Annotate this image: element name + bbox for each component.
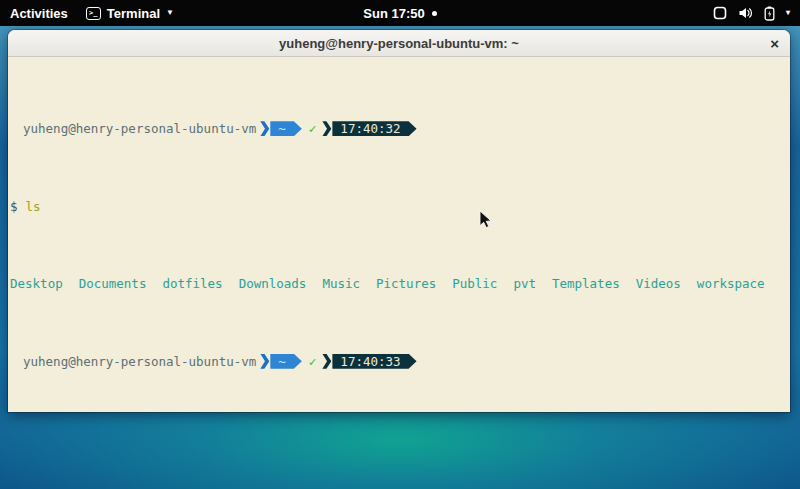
system-status-area[interactable]: ▾ [437,6,800,21]
display-icon [713,6,727,20]
prompt-user-host: yuheng@henry-personal-ubuntu-vm [23,354,256,370]
clock-label: Sun 17:50 [363,6,424,21]
chevron-down-icon: ▼ [166,9,174,17]
battery-charging-icon [764,6,775,21]
directory-name: Desktop [10,276,63,292]
powerline-chevron-icon [260,354,269,369]
window-title: yuheng@henry-personal-ubuntu-vm: ~ [279,36,519,51]
close-icon[interactable]: × [770,36,779,51]
terminal-app-icon: >_ [86,7,101,20]
directory-name: Downloads [239,276,307,292]
powerline-chevron-icon [260,121,269,136]
mouse-pointer-icon [479,210,493,233]
status-check-icon: ✓ [309,354,317,370]
directory-name: dotfiles [162,276,222,292]
top-bar: Activities >_ Terminal ▼ Sun 17:50 ▾ [0,0,800,26]
typed-command: ls [26,199,41,215]
directory-name: Templates [552,276,620,292]
window-titlebar[interactable]: yuheng@henry-personal-ubuntu-vm: ~ × [8,30,790,57]
ls-output-line: Desktop Documents dotfiles Downloads Mus… [10,276,788,292]
prompt-path-segment: ~ [270,121,302,136]
prompt-line: yuheng@henry-personal-ubuntu-vm ~ ✓ 17:4… [10,121,788,137]
activities-button[interactable]: Activities [10,6,68,21]
directory-name: pvt [513,276,536,292]
prompt-path-segment: ~ [270,354,302,369]
directory-name: workspace [697,276,765,292]
powerline-chevron-icon [322,121,331,136]
app-menu-terminal[interactable]: >_ Terminal ▼ [86,6,174,21]
status-check-icon: ✓ [309,121,317,137]
terminal-window: yuheng@henry-personal-ubuntu-vm: ~ × yuh… [8,30,790,412]
directory-name: Documents [79,276,147,292]
directory-name: Music [322,276,360,292]
directory-name: Public [452,276,497,292]
command-line: $ ls [10,199,788,215]
volume-icon [738,6,753,20]
directory-name: Videos [636,276,681,292]
prompt-time-segment: 17:40:33 [332,354,416,369]
chevron-down-icon: ▾ [786,9,790,17]
prompt-time-segment: 17:40:32 [332,121,416,136]
powerline-chevron-icon [322,354,331,369]
clock-menu[interactable]: Sun 17:50 [363,6,436,21]
prompt-user-host: yuheng@henry-personal-ubuntu-vm [23,121,256,137]
prompt-symbol: $ [10,199,18,215]
terminal-content[interactable]: yuheng@henry-personal-ubuntu-vm ~ ✓ 17:4… [8,57,790,411]
directory-name: Pictures [376,276,436,292]
app-menu-label: Terminal [107,6,160,21]
prompt-line: yuheng@henry-personal-ubuntu-vm ~ ✓ 17:4… [10,354,788,370]
